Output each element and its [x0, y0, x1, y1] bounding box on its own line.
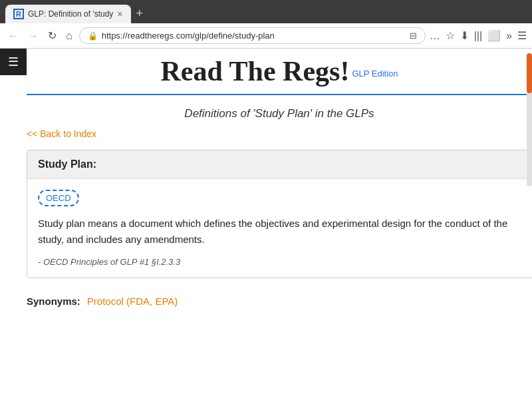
page-layout: ☰ Read The Regs!GLP Edition Definitions …: [0, 49, 532, 327]
back-button[interactable]: ←: [5, 29, 21, 43]
menu-icon[interactable]: ☰: [517, 29, 527, 42]
tab-favicon: R: [13, 9, 24, 19]
card-header: Study Plan:: [27, 150, 532, 179]
forward-button[interactable]: →: [25, 29, 41, 43]
reader-mode-icon[interactable]: ⊟: [410, 31, 417, 41]
browser-chrome: R GLP: Definition of 'study × +: [0, 0, 532, 23]
scroll-thumb[interactable]: [527, 53, 532, 93]
oecd-badge[interactable]: OECD: [38, 190, 79, 206]
back-to-index-link[interactable]: << Back to Index: [27, 128, 532, 139]
synonyms-label: Synonyms:: [27, 296, 80, 307]
site-header: Read The Regs!GLP Edition: [27, 49, 532, 95]
synonyms-section: Synonyms: Protocol (FDA, EPA): [27, 289, 532, 313]
url-bar[interactable]: 🔒 https://readtheregs.com/glp/define/stu…: [79, 27, 426, 44]
download-icon[interactable]: ⬇: [460, 29, 469, 42]
new-tab-button[interactable]: +: [131, 4, 149, 23]
library-icon[interactable]: |||: [474, 30, 482, 42]
main-content: Read The Regs!GLP Edition Definitions of…: [27, 49, 532, 327]
address-bar: ← → ↻ ⌂ 🔒 https://readtheregs.com/glp/de…: [0, 23, 532, 49]
scrollbar[interactable]: [527, 53, 532, 186]
tab-bar: R GLP: Definition of 'study × +: [5, 4, 148, 23]
tab-label: GLP: Definition of 'study: [28, 9, 113, 19]
definition-text: Study plan means a document which define…: [38, 216, 532, 248]
sidebar-toggle[interactable]: ☰: [0, 49, 27, 75]
container-icon[interactable]: ⬜: [487, 29, 501, 42]
bookmark-icon[interactable]: ☆: [446, 29, 455, 42]
card-body: OECD Study plan means a document which d…: [27, 179, 532, 278]
synonyms-value[interactable]: Protocol (FDA, EPA): [87, 296, 178, 307]
overflow-icon[interactable]: »: [506, 30, 512, 42]
reload-button[interactable]: ↻: [45, 28, 59, 43]
definition-card: Study Plan: OECD Study plan means a docu…: [27, 150, 532, 278]
toolbar-icons: … ☆ ⬇ ||| ⬜ » ☰: [430, 29, 527, 42]
glp-edition-badge: GLP Edition: [352, 69, 398, 79]
source-citation: - OECD Principles of GLP #1 §I.2.3.3: [38, 257, 532, 267]
url-text: https://readtheregs.com/glp/define/study…: [102, 31, 406, 41]
active-tab[interactable]: R GLP: Definition of 'study ×: [5, 5, 131, 23]
site-title: Read The Regs!: [160, 56, 349, 87]
page-content: Definitions of 'Study Plan' in the GLPs …: [27, 95, 532, 327]
header-title-container: Read The Regs!GLP Edition: [40, 55, 519, 87]
security-icon: 🔒: [88, 31, 98, 41]
more-options-icon[interactable]: …: [430, 30, 440, 42]
tab-close-button[interactable]: ×: [117, 9, 122, 19]
home-button[interactable]: ⌂: [63, 29, 75, 43]
page-subtitle: Definitions of 'Study Plan' in the GLPs: [184, 107, 374, 120]
